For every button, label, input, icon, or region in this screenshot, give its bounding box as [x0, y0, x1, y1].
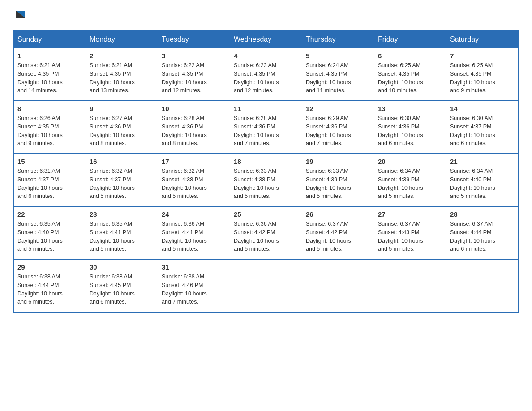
- day-info: Sunrise: 6:28 AMSunset: 4:36 PMDaylight:…: [162, 114, 226, 148]
- calendar-week-row: 8Sunrise: 6:26 AMSunset: 4:35 PMDaylight…: [14, 101, 519, 154]
- day-info: Sunrise: 6:27 AMSunset: 4:36 PMDaylight:…: [90, 114, 154, 148]
- calendar-cell: 6Sunrise: 6:25 AMSunset: 4:35 PMDaylight…: [374, 48, 446, 101]
- calendar-cell: 27Sunrise: 6:37 AMSunset: 4:43 PMDayligh…: [374, 206, 446, 259]
- day-info: Sunrise: 6:37 AMSunset: 4:43 PMDaylight:…: [378, 220, 442, 253]
- calendar-cell: 24Sunrise: 6:36 AMSunset: 4:41 PMDayligh…: [158, 206, 230, 259]
- page-header: [13, 9, 519, 21]
- day-info: Sunrise: 6:34 AMSunset: 4:40 PMDaylight:…: [450, 167, 515, 201]
- day-info: Sunrise: 6:38 AMSunset: 4:44 PMDaylight:…: [17, 273, 82, 306]
- calendar-cell: 25Sunrise: 6:36 AMSunset: 4:42 PMDayligh…: [230, 206, 302, 259]
- day-of-week-header: Wednesday: [230, 31, 302, 48]
- day-number: 14: [450, 105, 515, 112]
- day-of-week-header: Tuesday: [158, 31, 230, 48]
- day-info: Sunrise: 6:32 AMSunset: 4:38 PMDaylight:…: [162, 167, 226, 201]
- day-info: Sunrise: 6:38 AMSunset: 4:46 PMDaylight:…: [162, 273, 226, 306]
- calendar-cell: 16Sunrise: 6:32 AMSunset: 4:37 PMDayligh…: [86, 154, 158, 206]
- day-number: 25: [234, 210, 298, 218]
- calendar-table: SundayMondayTuesdayWednesdayThursdayFrid…: [13, 30, 519, 313]
- calendar-cell: 10Sunrise: 6:28 AMSunset: 4:36 PMDayligh…: [158, 101, 230, 154]
- day-of-week-header: Thursday: [302, 31, 374, 48]
- calendar-cell: [230, 259, 302, 312]
- calendar-week-row: 29Sunrise: 6:38 AMSunset: 4:44 PMDayligh…: [14, 259, 519, 312]
- calendar-cell: 13Sunrise: 6:30 AMSunset: 4:36 PMDayligh…: [374, 101, 446, 154]
- day-number: 6: [378, 52, 442, 60]
- calendar-week-row: 15Sunrise: 6:31 AMSunset: 4:37 PMDayligh…: [14, 154, 519, 206]
- day-info: Sunrise: 6:30 AMSunset: 4:36 PMDaylight:…: [378, 114, 442, 148]
- day-info: Sunrise: 6:36 AMSunset: 4:42 PMDaylight:…: [234, 220, 298, 253]
- day-info: Sunrise: 6:30 AMSunset: 4:37 PMDaylight:…: [450, 114, 515, 148]
- day-info: Sunrise: 6:31 AMSunset: 4:37 PMDaylight:…: [17, 167, 82, 201]
- day-info: Sunrise: 6:34 AMSunset: 4:39 PMDaylight:…: [378, 167, 442, 201]
- calendar-header-row: SundayMondayTuesdayWednesdayThursdayFrid…: [14, 31, 519, 48]
- calendar-cell: 14Sunrise: 6:30 AMSunset: 4:37 PMDayligh…: [446, 101, 519, 154]
- day-info: Sunrise: 6:32 AMSunset: 4:37 PMDaylight:…: [90, 167, 154, 201]
- day-number: 9: [90, 105, 154, 112]
- day-of-week-header: Monday: [86, 31, 158, 48]
- day-number: 13: [378, 105, 442, 112]
- day-number: 4: [234, 52, 298, 60]
- calendar-cell: 28Sunrise: 6:37 AMSunset: 4:44 PMDayligh…: [446, 206, 519, 259]
- day-number: 22: [17, 210, 82, 218]
- calendar-cell: 4Sunrise: 6:23 AMSunset: 4:35 PMDaylight…: [230, 48, 302, 101]
- day-info: Sunrise: 6:33 AMSunset: 4:38 PMDaylight:…: [234, 167, 298, 201]
- calendar-cell: 9Sunrise: 6:27 AMSunset: 4:36 PMDaylight…: [86, 101, 158, 154]
- day-number: 2: [90, 52, 154, 60]
- day-info: Sunrise: 6:28 AMSunset: 4:36 PMDaylight:…: [234, 114, 298, 148]
- day-number: 7: [450, 52, 515, 60]
- day-number: 20: [378, 158, 442, 165]
- day-number: 27: [378, 210, 442, 218]
- day-info: Sunrise: 6:24 AMSunset: 4:35 PMDaylight:…: [306, 61, 370, 95]
- day-number: 26: [306, 210, 370, 218]
- calendar-cell: 5Sunrise: 6:24 AMSunset: 4:35 PMDaylight…: [302, 48, 374, 101]
- day-number: 11: [234, 105, 298, 112]
- day-of-week-header: Friday: [374, 31, 446, 48]
- calendar-cell: 7Sunrise: 6:25 AMSunset: 4:35 PMDaylight…: [446, 48, 519, 101]
- calendar-cell: 8Sunrise: 6:26 AMSunset: 4:35 PMDaylight…: [14, 101, 86, 154]
- calendar-cell: [302, 259, 374, 312]
- day-number: 17: [162, 158, 226, 165]
- day-info: Sunrise: 6:25 AMSunset: 4:35 PMDaylight:…: [378, 61, 442, 95]
- calendar-cell: 2Sunrise: 6:21 AMSunset: 4:35 PMDaylight…: [86, 48, 158, 101]
- calendar-cell: 15Sunrise: 6:31 AMSunset: 4:37 PMDayligh…: [14, 154, 86, 206]
- day-number: 10: [162, 105, 226, 112]
- day-info: Sunrise: 6:35 AMSunset: 4:41 PMDaylight:…: [90, 220, 154, 253]
- day-info: Sunrise: 6:22 AMSunset: 4:35 PMDaylight:…: [162, 61, 226, 95]
- day-number: 12: [306, 105, 370, 112]
- calendar-cell: 21Sunrise: 6:34 AMSunset: 4:40 PMDayligh…: [446, 154, 519, 206]
- day-info: Sunrise: 6:38 AMSunset: 4:45 PMDaylight:…: [90, 273, 154, 306]
- calendar-cell: 29Sunrise: 6:38 AMSunset: 4:44 PMDayligh…: [14, 259, 86, 312]
- day-number: 24: [162, 210, 226, 218]
- day-info: Sunrise: 6:33 AMSunset: 4:39 PMDaylight:…: [306, 167, 370, 201]
- day-number: 15: [17, 158, 82, 165]
- calendar-cell: [446, 259, 519, 312]
- day-of-week-header: Sunday: [14, 31, 86, 48]
- day-info: Sunrise: 6:37 AMSunset: 4:44 PMDaylight:…: [450, 220, 515, 253]
- day-number: 31: [162, 263, 226, 271]
- day-number: 3: [162, 52, 226, 60]
- day-number: 1: [17, 52, 82, 60]
- day-info: Sunrise: 6:26 AMSunset: 4:35 PMDaylight:…: [17, 114, 82, 148]
- calendar-cell: 30Sunrise: 6:38 AMSunset: 4:45 PMDayligh…: [86, 259, 158, 312]
- day-info: Sunrise: 6:21 AMSunset: 4:35 PMDaylight:…: [90, 61, 154, 95]
- day-number: 19: [306, 158, 370, 165]
- day-number: 23: [90, 210, 154, 218]
- day-number: 21: [450, 158, 515, 165]
- day-number: 28: [450, 210, 515, 218]
- logo-icon: [14, 9, 27, 21]
- day-number: 18: [234, 158, 298, 165]
- logo: [13, 9, 27, 21]
- calendar-cell: 31Sunrise: 6:38 AMSunset: 4:46 PMDayligh…: [158, 259, 230, 312]
- calendar-cell: 18Sunrise: 6:33 AMSunset: 4:38 PMDayligh…: [230, 154, 302, 206]
- day-number: 29: [17, 263, 82, 271]
- calendar-cell: 22Sunrise: 6:35 AMSunset: 4:40 PMDayligh…: [14, 206, 86, 259]
- day-number: 8: [17, 105, 82, 112]
- day-info: Sunrise: 6:36 AMSunset: 4:41 PMDaylight:…: [162, 220, 226, 253]
- day-number: 16: [90, 158, 154, 165]
- calendar-cell: [374, 259, 446, 312]
- calendar-cell: 3Sunrise: 6:22 AMSunset: 4:35 PMDaylight…: [158, 48, 230, 101]
- calendar-cell: 1Sunrise: 6:21 AMSunset: 4:35 PMDaylight…: [14, 48, 86, 101]
- day-info: Sunrise: 6:29 AMSunset: 4:36 PMDaylight:…: [306, 114, 370, 148]
- day-number: 30: [90, 263, 154, 271]
- calendar-cell: 17Sunrise: 6:32 AMSunset: 4:38 PMDayligh…: [158, 154, 230, 206]
- calendar-cell: 26Sunrise: 6:37 AMSunset: 4:42 PMDayligh…: [302, 206, 374, 259]
